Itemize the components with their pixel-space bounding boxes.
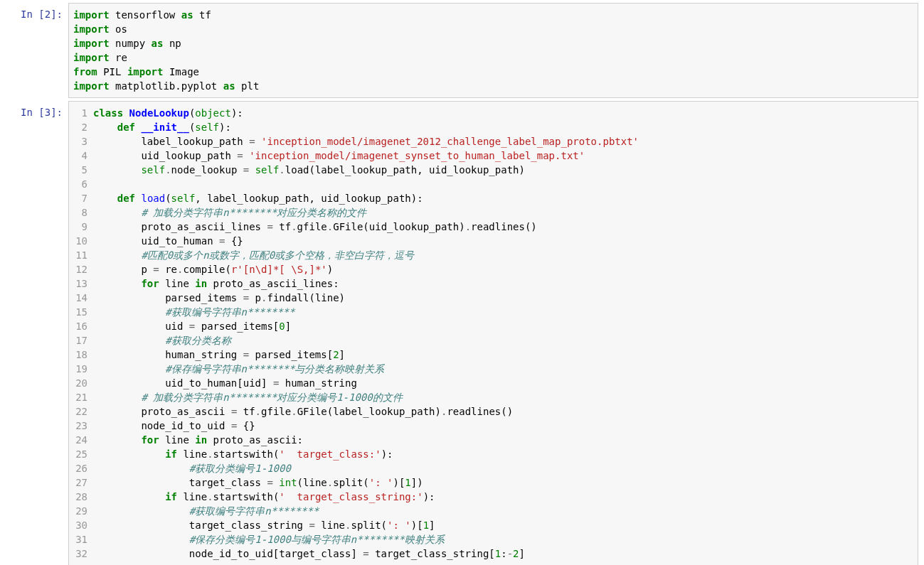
code-line: self.node_lookup = self.load(label_looku… bbox=[93, 163, 913, 177]
line-number-gutter: 1234567891011121314151617181920212223242… bbox=[73, 106, 93, 561]
line-number: 26 bbox=[73, 461, 87, 475]
code-line bbox=[93, 177, 913, 191]
code-line: parsed_items = p.findall(line) bbox=[93, 291, 913, 305]
input-prompt: In [2]: bbox=[6, 3, 68, 98]
code-line: #匹配0或多个n或数字，匹配0或多个空格，非空白字符，逗号 bbox=[93, 248, 913, 262]
code-line: uid_to_human[uid] = human_string bbox=[93, 376, 913, 390]
code-line: if line.startswith(' target_class:'): bbox=[93, 447, 913, 461]
line-number: 1 bbox=[73, 106, 87, 120]
line-number: 10 bbox=[73, 234, 87, 248]
code-input-area[interactable]: 1234567891011121314151617181920212223242… bbox=[68, 101, 918, 565]
line-number: 30 bbox=[73, 518, 87, 532]
line-number: 16 bbox=[73, 319, 87, 333]
line-number: 29 bbox=[73, 504, 87, 518]
line-number: 5 bbox=[73, 163, 87, 177]
code-line: import matplotlib.pyplot as plt bbox=[73, 79, 913, 93]
code-line: target_class_string = line.split(': ')[1… bbox=[93, 518, 913, 532]
code-line: node_id_to_uid[target_class] = target_cl… bbox=[93, 547, 913, 561]
line-number: 22 bbox=[73, 404, 87, 419]
code-cell: In [3]:123456789101112131415161718192021… bbox=[6, 101, 918, 565]
code-content[interactable]: import tensorflow as tfimport osimport n… bbox=[73, 8, 913, 93]
line-number: 13 bbox=[73, 276, 87, 291]
code-line: from PIL import Image bbox=[73, 65, 913, 79]
line-number: 17 bbox=[73, 333, 87, 348]
code-line: #获取编号字符串n******** bbox=[93, 305, 913, 319]
line-number: 11 bbox=[73, 248, 87, 262]
line-number: 18 bbox=[73, 348, 87, 362]
code-input-area[interactable]: import tensorflow as tfimport osimport n… bbox=[68, 3, 918, 98]
code-line: import re bbox=[73, 50, 913, 65]
code-line: import os bbox=[73, 22, 913, 36]
code-cell: In [2]:import tensorflow as tfimport osi… bbox=[6, 3, 918, 98]
code-line: # 加载分类字符串n********对应分类编号1-1000的文件 bbox=[93, 390, 913, 404]
code-line: #获取分类编号1-1000 bbox=[93, 461, 913, 475]
code-content[interactable]: class NodeLookup(object): def __init__(s… bbox=[93, 106, 913, 561]
code-line: # 加载分类字符串n********对应分类名称的文件 bbox=[93, 205, 913, 220]
line-number: 9 bbox=[73, 220, 87, 234]
code-line: uid_to_human = {} bbox=[93, 234, 913, 248]
line-number: 3 bbox=[73, 134, 87, 149]
line-number: 15 bbox=[73, 305, 87, 319]
code-line: target_class = int(line.split(': ')[1]) bbox=[93, 475, 913, 490]
line-number: 28 bbox=[73, 490, 87, 504]
line-number: 21 bbox=[73, 390, 87, 404]
line-number: 6 bbox=[73, 177, 87, 191]
code-line: node_id_to_uid = {} bbox=[93, 419, 913, 433]
code-line: uid_lookup_path = 'inception_model/image… bbox=[93, 149, 913, 163]
line-number: 24 bbox=[73, 433, 87, 447]
line-number: 32 bbox=[73, 547, 87, 561]
code-line: class NodeLookup(object): bbox=[93, 106, 913, 120]
code-line: import numpy as np bbox=[73, 36, 913, 50]
code-line: proto_as_ascii = tf.gfile.GFile(label_lo… bbox=[93, 404, 913, 419]
line-number: 23 bbox=[73, 419, 87, 433]
line-number: 27 bbox=[73, 475, 87, 490]
line-number: 20 bbox=[73, 376, 87, 390]
code-line: uid = parsed_items[0] bbox=[93, 319, 913, 333]
code-line: for line in proto_as_ascii: bbox=[93, 433, 913, 447]
line-number: 8 bbox=[73, 205, 87, 220]
code-line: label_lookup_path = 'inception_model/ima… bbox=[93, 134, 913, 149]
line-number: 2 bbox=[73, 120, 87, 134]
line-number: 14 bbox=[73, 291, 87, 305]
line-number: 4 bbox=[73, 149, 87, 163]
code-line: if line.startswith(' target_class_string… bbox=[93, 490, 913, 504]
code-line: proto_as_ascii_lines = tf.gfile.GFile(ui… bbox=[93, 220, 913, 234]
line-number: 19 bbox=[73, 362, 87, 376]
line-number: 12 bbox=[73, 262, 87, 276]
line-number: 7 bbox=[73, 191, 87, 205]
code-line: human_string = parsed_items[2] bbox=[93, 348, 913, 362]
line-number: 25 bbox=[73, 447, 87, 461]
code-line: for line in proto_as_ascii_lines: bbox=[93, 276, 913, 291]
code-line: #获取编号字符串n******** bbox=[93, 504, 913, 518]
code-line: #保存编号字符串n********与分类名称映射关系 bbox=[93, 362, 913, 376]
code-line: def load(self, label_lookup_path, uid_lo… bbox=[93, 191, 913, 205]
code-line: p = re.compile(r'[n\d]*[ \S,]*') bbox=[93, 262, 913, 276]
code-line: #保存分类编号1-1000与编号字符串n********映射关系 bbox=[93, 532, 913, 547]
code-line: def __init__(self): bbox=[93, 120, 913, 134]
input-prompt: In [3]: bbox=[6, 101, 68, 565]
code-line: #获取分类名称 bbox=[93, 333, 913, 348]
line-number: 31 bbox=[73, 532, 87, 547]
code-line: import tensorflow as tf bbox=[73, 8, 913, 22]
